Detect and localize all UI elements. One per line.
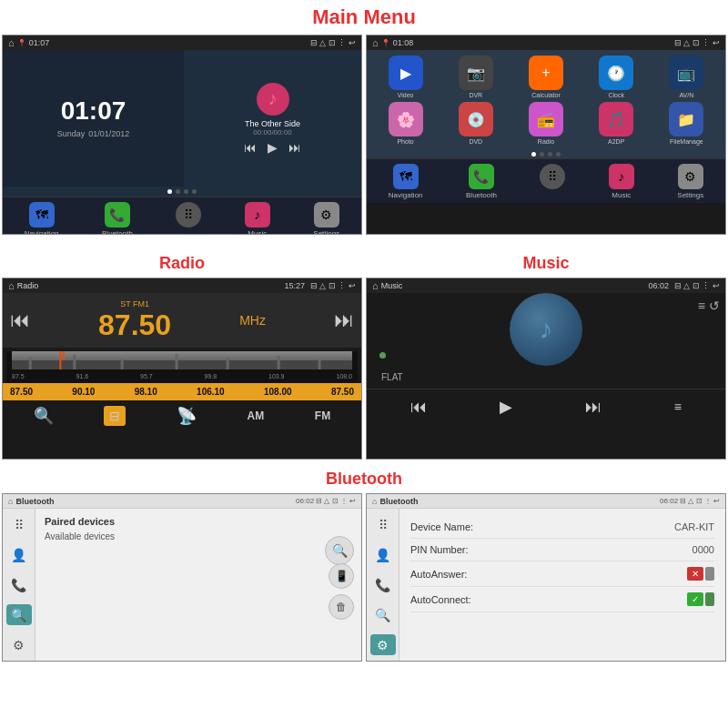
date-display: 01/01/2012 <box>88 129 129 138</box>
dock-apps-2[interactable]: ⠿ <box>540 164 565 199</box>
prev-button[interactable]: ⏮ <box>244 140 257 155</box>
app-a2dp[interactable]: 🎵 A2DP <box>583 102 650 145</box>
preset-1[interactable]: 87.50 <box>10 387 33 397</box>
radio-prev-btn[interactable]: ⏮ <box>10 308 30 332</box>
nav-label-2: Navigation <box>389 191 423 199</box>
bt-time-right: 06:02 <box>660 497 678 505</box>
app-video[interactable]: ▶ Video <box>372 56 439 98</box>
music-play-btn[interactable]: ▶ <box>500 397 512 417</box>
bt-autoconnect-label: AutoConnect: <box>410 594 471 605</box>
preset-2[interactable]: 90.10 <box>72 387 95 397</box>
bt-phone-icon[interactable]: 📱 <box>329 563 354 589</box>
music-playlist-btn[interactable]: ≡ <box>674 399 682 414</box>
bt-search-button[interactable]: 🔍 <box>325 536 354 565</box>
app-calculator[interactable]: + Calculator <box>512 56 579 98</box>
bt-autoanswer-on[interactable] <box>705 567 714 581</box>
dock-music-2[interactable]: ♪ Music <box>609 164 634 199</box>
preset-4[interactable]: 106.10 <box>197 387 225 397</box>
bt-autoconnect-off[interactable] <box>705 592 714 606</box>
shuffle-icon[interactable]: ↺ <box>709 298 720 313</box>
radio-fm-btn[interactable]: FM <box>315 410 330 422</box>
dock-bluetooth[interactable]: 📞 Bluetooth <box>102 202 133 235</box>
dock-settings[interactable]: ⚙ Settings <box>313 202 339 235</box>
music-status-icons: ⊟ △ ⊡ ⋮ ↩ <box>674 281 720 290</box>
radio-main: ⏮ ST FM1 87.50 MHz ⏭ <box>3 293 361 348</box>
bt-search-icon-r[interactable]: 🔍 <box>370 604 396 625</box>
bt-autoconnect-toggle[interactable]: ✓ <box>687 592 714 606</box>
radio-next-btn[interactable]: ⏭ <box>334 308 354 332</box>
app-dvd[interactable]: 💿 DVD <box>442 102 509 145</box>
page-dots-2 <box>367 150 725 158</box>
bt-autoconnect-on[interactable]: ✓ <box>687 592 703 606</box>
bt-autoanswer-row: AutoAnswer: ✕ <box>410 561 714 587</box>
dock-apps[interactable]: ⠿ <box>176 202 201 235</box>
svg-rect-0 <box>12 360 352 369</box>
svg-rect-6 <box>278 356 280 369</box>
music-settings-icons: ≡ ↺ <box>698 298 720 313</box>
bt-sidebar-left: ⠿ 👤 📞 🔍 ⚙ <box>3 509 35 661</box>
dock-bluetooth-2[interactable]: 📞 Bluetooth <box>466 164 497 199</box>
bt-menu-icon-r[interactable]: ⠿ <box>370 514 396 535</box>
radio-signal-btn[interactable]: 📡 <box>177 406 197 426</box>
svg-rect-5 <box>227 358 229 369</box>
bt-settings-panel: Device Name: CAR-KIT PIN Number: 0000 Au… <box>399 509 725 661</box>
location-icon: 📍 <box>17 39 26 47</box>
bt-gear-icon-r[interactable]: ⚙ <box>370 634 396 655</box>
bt-call-icon-r[interactable]: 📞 <box>370 574 396 595</box>
radio-search-btn[interactable]: 🔍 <box>34 406 54 426</box>
main-title: Main Menu <box>0 0 728 33</box>
radio-preset-btn[interactable]: ⊟ <box>104 406 126 426</box>
app-filemanage[interactable]: 📁 FileManage <box>653 102 720 145</box>
svg-rect-3 <box>121 359 124 369</box>
bt-call-icon[interactable]: 📞 <box>6 574 32 595</box>
preset-3[interactable]: 98.10 <box>135 387 157 397</box>
music-label-dock: Music <box>248 229 267 235</box>
radio-icon-app: 📻 <box>529 102 563 136</box>
bt-gear-icon[interactable]: ⚙ <box>6 634 32 655</box>
home-icon-music[interactable]: ⌂ <box>372 280 379 291</box>
preset-row: 87.50 90.10 98.10 106.10 108.00 87.50 <box>3 383 361 400</box>
screen-music: ⌂ Music 06:02 ⊟ △ ⊡ ⋮ ↩ ≡ ↺ ♪ <box>364 276 728 467</box>
app-photo[interactable]: 🌸 Photo <box>372 102 439 145</box>
bt-autoanswer-off[interactable]: ✕ <box>687 567 703 581</box>
next-button[interactable]: ⏭ <box>288 140 301 155</box>
bt-autoanswer-toggle[interactable]: ✕ <box>687 567 714 581</box>
bt-device-name-value: CAR-KIT <box>674 521 714 532</box>
home-icon-radio[interactable]: ⌂ <box>8 280 15 291</box>
bt-menu-icon[interactable]: ⠿ <box>6 514 32 535</box>
music-prev-btn[interactable]: ⏮ <box>410 398 427 417</box>
dock-navigation-2[interactable]: 🗺 Navigation <box>389 164 423 199</box>
app-avn[interactable]: 📺 AV/N <box>653 56 720 98</box>
dock-music[interactable]: ♪ Music <box>245 202 270 235</box>
bt-contact-icon[interactable]: 👤 <box>6 544 32 565</box>
settings-label-dock: Settings <box>313 229 339 235</box>
bt-home-icon-left[interactable]: ⌂ <box>8 497 13 506</box>
equalizer-icon[interactable]: ≡ <box>698 298 705 313</box>
home-icon[interactable]: ⌂ <box>8 37 15 48</box>
bt-search-sidebar-icon[interactable]: 🔍 <box>6 604 32 625</box>
app-clock[interactable]: 🕐 Clock <box>583 56 650 98</box>
time-2: 01:08 <box>393 38 414 47</box>
app-dvr[interactable]: 📷 DVR <box>442 56 509 98</box>
bt-home-icon-right[interactable]: ⌂ <box>372 497 377 506</box>
frequency-bar: 87.591.695.799.8103.9108.0 <box>6 351 358 383</box>
screen-radio: ⌂ Radio 15:27 ⊟ △ ⊡ ⋮ ↩ ⏮ ST FM1 87.50 M… <box>0 276 364 467</box>
track-title: The Other Side <box>245 119 300 128</box>
music-time: 06:02 <box>648 281 669 290</box>
svg-rect-8 <box>59 351 61 369</box>
app-radio[interactable]: 📻 Radio <box>512 102 579 145</box>
preset-6[interactable]: 87.50 <box>331 387 354 397</box>
play-button[interactable]: ▶ <box>268 140 278 155</box>
bt-label: Bluetooth <box>102 229 133 235</box>
dock-navigation[interactable]: 🗺 Navigation <box>25 202 59 235</box>
dock-settings-2[interactable]: ⚙ Settings <box>677 164 703 199</box>
screen-bluetooth-list: ⌂ Bluetooth 06:02 ⊟ △ ⊡ ⋮ ↩ ⠿ 👤 📞 🔍 <box>0 491 364 669</box>
preset-5[interactable]: 108.00 <box>264 387 292 397</box>
bt-contact-icon-r[interactable]: 👤 <box>370 544 396 565</box>
filemanage-label: FileManage <box>670 138 703 145</box>
bt-delete-icon[interactable]: 🗑 <box>329 594 354 620</box>
radio-am-btn[interactable]: AM <box>248 410 265 422</box>
home-icon-2[interactable]: ⌂ <box>372 37 379 48</box>
bluetooth-section-label: Bluetooth <box>0 467 728 491</box>
music-next-btn[interactable]: ⏭ <box>585 398 602 417</box>
